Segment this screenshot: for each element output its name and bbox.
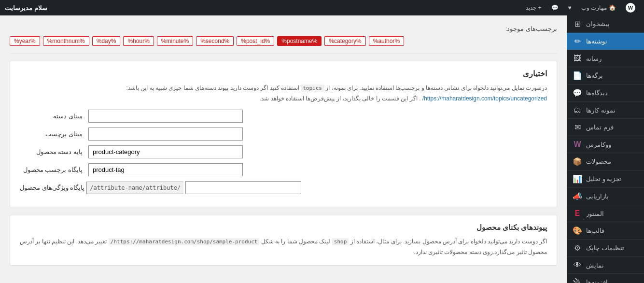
optional-desc: درصورت تمایل می‌توانید دلخواه برای نشانی… (20, 83, 547, 104)
product-tag-base-row: پایگاه برچسب محصول (20, 163, 547, 176)
plus-icon: + (538, 4, 542, 11)
tag-category[interactable]: %category% (324, 36, 365, 46)
admin-bar-left: سلام مدیرسایت (5, 4, 47, 12)
woo-icon: W (573, 140, 582, 149)
example-url[interactable]: https://maharatdesign.com/topics/uncateg… (422, 95, 547, 102)
tag-author[interactable]: %author% (369, 36, 404, 46)
sidebar-item-label: نوشته‌ها (586, 38, 607, 45)
divider1 (10, 54, 557, 54)
home-icon: 🏠 (609, 4, 616, 11)
product-category-base-row: پایه دسته محصول (20, 145, 547, 158)
contact-icon: ✉ (573, 123, 582, 132)
tag-hour[interactable]: %hour% (123, 36, 154, 46)
sidebar-item-label: نمونه کارها (586, 107, 616, 114)
sidebar-item-label: پیشخوان (586, 20, 610, 28)
tag-minute[interactable]: %minute% (157, 36, 193, 46)
wp-logo: W (626, 3, 635, 13)
product-permalink-section: پیوندهای بکنای محصول اگر دوست دارید می‌ت… (10, 215, 557, 266)
home-label: مهارت وب (581, 4, 607, 11)
category-base-row: مبنای دسته (20, 110, 547, 123)
tag-base-row: مبنای برچسب (20, 127, 547, 141)
main-content: برچسب‌های موجود: %author% %category% %po… (0, 15, 567, 283)
sidebar-item-woocommerce[interactable]: ووکامرس W (567, 136, 644, 153)
plugins-icon: 🔌 (573, 278, 582, 283)
new-item[interactable]: + جدید (522, 2, 546, 13)
sidebar-item-marketing[interactable]: بازاریابی 📣 (567, 188, 644, 205)
tag-post-id[interactable]: %post_id% (237, 36, 274, 46)
tag-base-input[interactable] (88, 127, 243, 141)
tag-year[interactable]: %year% (10, 36, 40, 46)
home-link[interactable]: 🏠 مهارت وب (577, 2, 620, 13)
product-permalink-title: پیوندهای بکنای محصول (20, 223, 547, 232)
product-tag-base-input[interactable] (88, 163, 243, 176)
chapak-icon: ⚙ (573, 243, 582, 253)
sample-product-highlight: https://maharatdesign.com/shop/sample-pr… (109, 238, 260, 245)
elementor-icon: E (573, 209, 582, 218)
sidebar-item-themes[interactable]: قالب‌ها 🎨 (567, 222, 644, 240)
category-base-input[interactable] (88, 110, 243, 123)
product-tag-base-label: پایگاه برچسب محصول (20, 166, 83, 173)
media-icon: 🖼 (573, 54, 582, 63)
product-desc-extra: روی دسته محصولات تاثیری ندارد. (414, 249, 493, 255)
tag-postname[interactable]: %postname% (277, 36, 322, 46)
dashboard-icon: ⊞ (573, 19, 582, 28)
shop-highlight: shop (332, 238, 349, 245)
sidebar-item-elementor[interactable]: المنتور E (567, 205, 644, 222)
tags-section: برچسب‌های موجود: %author% %category% %po… (10, 25, 557, 46)
sidebar-item-label: المنتور (586, 210, 604, 217)
themes-icon: 🎨 (573, 226, 582, 235)
analytics-icon: 📊 (573, 174, 582, 184)
wp-logo-item[interactable]: W (622, 1, 639, 14)
sidebar-item-portfolio[interactable]: نمونه کارها 🗂 (567, 102, 644, 119)
heart-item[interactable]: ♥ (564, 2, 575, 13)
appearance-icon: 👁 (573, 261, 582, 269)
products-icon: 📦 (573, 157, 582, 166)
product-attr-base-row: /attribute-name/attribute/ پایگاه ویژگی‌… (20, 181, 547, 194)
attr-prefix: /attribute-name/attribute/ (86, 182, 183, 194)
sidebar-item-label: افزونه‌ها (586, 279, 608, 283)
sidebar-item-label: نمایش (586, 262, 604, 269)
sidebar: پیشخوان ⊞ نوشته‌ها ✏ رسانه 🖼 برگه‌ها 📄 د… (567, 15, 644, 283)
product-attr-base-label: پایگاه ویژگی‌های محصول (20, 184, 84, 191)
sidebar-item-label: رسانه (586, 55, 602, 62)
tag-base-label: مبنای برچسب (20, 130, 83, 138)
sidebar-item-label: دیدگاه‌ها (586, 89, 608, 97)
sidebar-item-label: قالب‌ها (586, 227, 604, 234)
sidebar-item-label: فرم تماس (586, 124, 614, 131)
sidebar-item-label: تجزیه و تحلیل (586, 175, 621, 183)
sidebar-item-contact[interactable]: فرم تماس ✉ (567, 119, 644, 136)
pages-icon: 📄 (573, 71, 582, 80)
tag-day[interactable]: %day% (92, 36, 121, 46)
product-category-base-input[interactable] (88, 145, 243, 158)
admin-bar: W 🏠 مهارت وب ♥ 💬 + جدید سلام مدیرسایت (0, 0, 644, 15)
product-permalink-desc: اگر دوست دارید می‌توانید دلخواه برای آدر… (20, 237, 547, 257)
posts-icon: ✏ (573, 37, 582, 46)
comment-item[interactable]: 💬 (547, 2, 562, 13)
marketing-icon: 📣 (573, 192, 582, 201)
sidebar-item-analytics[interactable]: تجزیه و تحلیل 📊 (567, 170, 644, 188)
sidebar-item-pages[interactable]: برگه‌ها 📄 (567, 67, 644, 85)
brand-label: سلام مدیرسایت (5, 4, 47, 12)
tag-second[interactable]: %second% (196, 36, 234, 46)
sidebar-item-comments[interactable]: دیدگاه‌ها 💬 (567, 85, 644, 102)
sidebar-item-products[interactable]: محصولات 📦 (567, 153, 644, 170)
sidebar-item-label: تنظیمات چاپک (586, 244, 624, 252)
optional-section: اختیاری درصورت تمایل می‌توانید دلخواه بر… (10, 61, 557, 207)
tags-label: برچسب‌های موجود: (10, 25, 557, 32)
topics-highlight: topics (301, 85, 324, 92)
comments-icon: 💬 (573, 88, 582, 98)
sidebar-item-chapak[interactable]: تنظیمات چاپک ⚙ (567, 240, 644, 257)
admin-bar-right: W 🏠 مهارت وب ♥ 💬 + جدید (522, 1, 639, 14)
sidebar-item-label: محصولات (586, 158, 611, 165)
sidebar-item-plugins[interactable]: افزونه‌ها 🔌 (567, 274, 644, 283)
product-category-base-label: پایه دسته محصول (20, 148, 83, 156)
category-base-label: مبنای دسته (20, 113, 83, 120)
product-attr-base-input[interactable] (185, 181, 301, 194)
sidebar-item-posts[interactable]: نوشته‌ها ✏ (567, 33, 644, 50)
sidebar-item-appearance[interactable]: نمایش 👁 (567, 257, 644, 274)
tags-row: %author% %category% %postname% %post_id%… (10, 36, 557, 46)
sidebar-item-label: بازاریابی (586, 193, 609, 200)
tag-monthnum[interactable]: %monthnum% (43, 36, 89, 46)
sidebar-item-dashboard[interactable]: پیشخوان ⊞ (567, 15, 644, 33)
sidebar-item-media[interactable]: رسانه 🖼 (567, 50, 644, 67)
